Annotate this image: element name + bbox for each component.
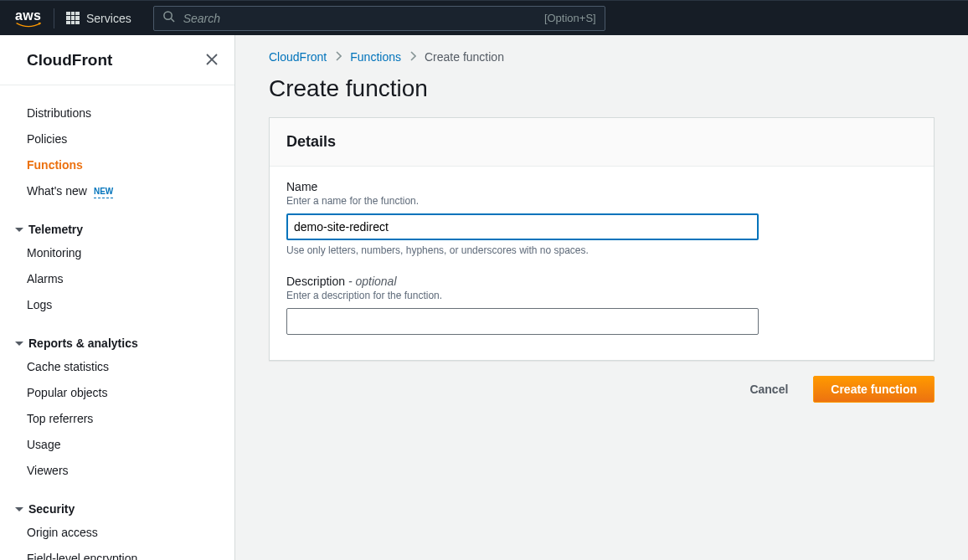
sidebar-item-functions[interactable]: Functions	[0, 152, 234, 178]
sidebar-section-security[interactable]: Security	[0, 491, 234, 520]
svg-point-0	[164, 12, 172, 19]
form-actions: Cancel Create function	[269, 376, 935, 403]
close-icon[interactable]	[206, 50, 218, 69]
sidebar-item-popular-objects[interactable]: Popular objects	[0, 380, 234, 406]
services-label: Services	[86, 12, 131, 25]
optional-text: - optional	[345, 275, 396, 288]
sidebar-item-top-referrers[interactable]: Top referrers	[0, 406, 234, 432]
section-title: Telemetry	[28, 223, 83, 236]
create-function-button[interactable]: Create function	[813, 376, 935, 403]
sidebar: CloudFront Distributions Policies Functi…	[0, 35, 235, 560]
chevron-right-icon	[409, 50, 416, 64]
details-panel: Details Name Enter a name for the functi…	[269, 117, 935, 361]
aws-logo[interactable]: aws	[15, 8, 54, 28]
section-title: Reports & analytics	[28, 337, 138, 350]
search-input[interactable]	[183, 12, 536, 25]
search-shortcut: [Option+S]	[544, 12, 596, 24]
sidebar-header: CloudFront	[0, 35, 234, 85]
section-title: Security	[28, 502, 75, 516]
sidebar-title: CloudFront	[27, 51, 112, 69]
name-hint: Enter a name for the function.	[286, 195, 917, 207]
panel-header: Details	[270, 118, 934, 167]
grid-icon	[66, 12, 80, 25]
caret-down-icon	[15, 507, 23, 511]
breadcrumb-functions[interactable]: Functions	[350, 50, 401, 64]
breadcrumb: CloudFront Functions Create function	[269, 50, 935, 64]
name-constraint: Use only letters, numbers, hyphens, or u…	[286, 244, 917, 256]
sidebar-item-usage[interactable]: Usage	[0, 432, 234, 458]
sidebar-item-label: What's new	[27, 182, 87, 200]
name-input[interactable]	[286, 213, 759, 240]
sidebar-section-reports[interactable]: Reports & analytics	[0, 325, 234, 354]
services-button[interactable]: Services	[66, 12, 142, 25]
description-label: Description - optional	[286, 275, 917, 288]
description-hint: Enter a description for the function.	[286, 290, 917, 301]
sidebar-item-logs[interactable]: Logs	[0, 292, 234, 318]
cancel-button[interactable]: Cancel	[733, 376, 805, 403]
new-badge: NEW	[94, 185, 113, 198]
search-icon	[162, 10, 175, 26]
sidebar-item-origin-access[interactable]: Origin access	[0, 520, 234, 546]
panel-title: Details	[286, 133, 917, 151]
sidebar-item-alarms[interactable]: Alarms	[0, 266, 234, 292]
description-input[interactable]	[286, 308, 759, 335]
top-nav: aws Services [Option+S]	[0, 0, 968, 35]
description-label-text: Description	[286, 275, 345, 288]
content: CloudFront Functions Create function Cre…	[235, 35, 968, 560]
sidebar-item-monitoring[interactable]: Monitoring	[0, 240, 234, 266]
sidebar-item-viewers[interactable]: Viewers	[0, 458, 234, 484]
sidebar-item-field-level-encryption[interactable]: Field-level encryption	[0, 546, 234, 560]
breadcrumb-cloudfront[interactable]: CloudFront	[269, 50, 327, 64]
sidebar-item-cache-statistics[interactable]: Cache statistics	[0, 354, 234, 380]
sidebar-nav: Distributions Policies Functions What's …	[0, 85, 234, 560]
panel-body: Name Enter a name for the function. Use …	[270, 167, 934, 360]
sidebar-item-policies[interactable]: Policies	[0, 126, 234, 152]
svg-line-1	[171, 18, 174, 22]
sidebar-item-distributions[interactable]: Distributions	[0, 100, 234, 126]
sidebar-item-whats-new[interactable]: What's new NEW	[0, 178, 234, 204]
sidebar-section-telemetry[interactable]: Telemetry	[0, 211, 234, 240]
aws-logo-text: aws	[15, 8, 41, 23]
caret-down-icon	[15, 342, 23, 346]
page-title: Create function	[269, 75, 935, 102]
search-bar[interactable]: [Option+S]	[153, 6, 605, 31]
name-field: Name Enter a name for the function. Use …	[286, 180, 917, 256]
name-label: Name	[286, 180, 917, 193]
caret-down-icon	[15, 228, 23, 232]
description-field: Description - optional Enter a descripti…	[286, 275, 917, 335]
chevron-right-icon	[335, 50, 342, 64]
breadcrumb-current: Create function	[425, 50, 504, 64]
